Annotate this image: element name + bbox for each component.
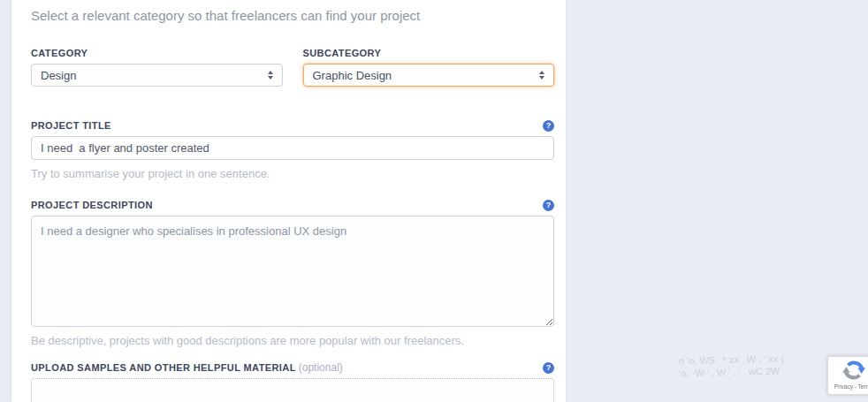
project-description-textarea[interactable]: I need a designer who specialises in pro… [31,216,554,327]
project-title-label: PROJECT TITLE [31,120,111,132]
project-description-label: PROJECT DESCRIPTION [31,200,153,211]
upload-label: UPLOAD SAMPLES AND OTHER HELPFUL MATERIA… [31,362,343,374]
project-title-input[interactable] [31,136,554,160]
upload-optional-note: (optional) [299,361,343,374]
watermark-text: o 'o, WS ' * xx . W , ' xx ( 'o, -W ' , … [679,351,848,380]
category-select-value: Design [41,69,76,82]
category-label: CATEGORY [31,48,88,59]
recaptcha-privacy-terms[interactable]: Privacy - Terms [834,383,868,390]
subcategory-select-value: Graphic Design [313,69,392,82]
project-title-helper: Try to summarise your project in one sen… [31,167,554,180]
project-description-helper: Be descriptive, projects with good descr… [31,334,554,347]
help-icon[interactable]: ? [543,200,554,211]
upload-dropzone[interactable] [31,378,554,402]
select-arrows-icon [268,71,273,80]
subcategory-label: SUBCATEGORY [303,48,382,59]
upload-section: UPLOAD SAMPLES AND OTHER HELPFUL MATERIA… [31,362,554,402]
help-icon[interactable]: ? [543,120,554,132]
select-arrows-icon [539,71,544,80]
category-select[interactable]: Design [31,64,283,87]
recaptcha-badge[interactable]: Privacy - Terms [827,356,868,395]
recaptcha-icon [842,359,865,382]
project-description-section: PROJECT DESCRIPTION ? I need a designer … [31,200,554,347]
intro-text: Select a relevant category so that freel… [31,8,554,24]
help-icon[interactable]: ? [543,362,554,374]
project-title-section: PROJECT TITLE ? Try to summarise your pr… [31,120,554,180]
category-row: CATEGORY Design SUBCATEGORY Graphic Desi… [31,48,554,87]
subcategory-select[interactable]: Graphic Design [303,64,555,87]
project-form-panel: Select a relevant category so that freel… [11,0,566,402]
